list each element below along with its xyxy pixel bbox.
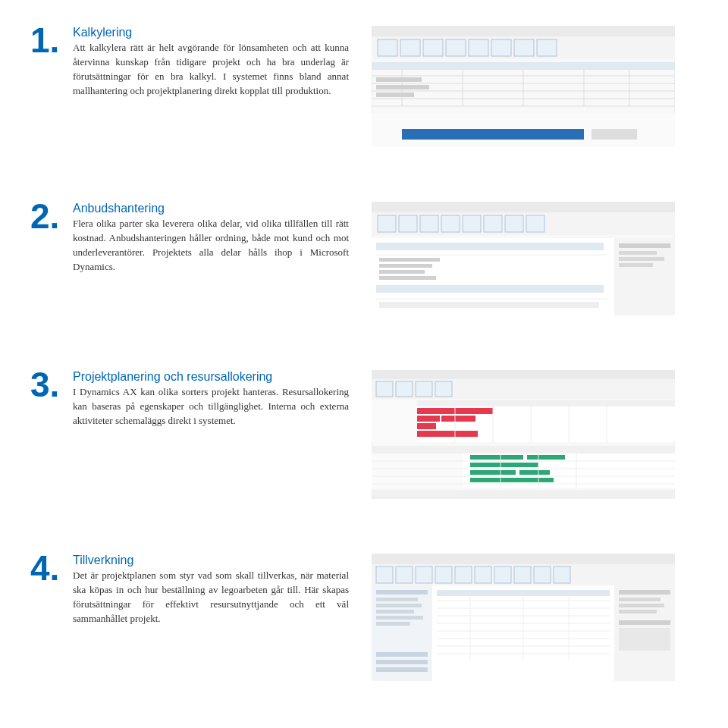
svg-rect-45 <box>379 270 425 274</box>
svg-rect-99 <box>455 566 472 583</box>
svg-rect-52 <box>619 257 664 261</box>
section-4: 4. Tillverkning Det är projektplanen som… <box>30 551 698 681</box>
section-3-content: 3. Projektplanering och resursallokering… <box>30 367 349 428</box>
svg-rect-95 <box>376 566 393 583</box>
svg-rect-96 <box>396 566 413 583</box>
svg-rect-102 <box>514 566 531 583</box>
svg-rect-83 <box>527 455 565 460</box>
svg-rect-84 <box>470 463 538 467</box>
svg-rect-63 <box>417 400 675 406</box>
section-4-content: 4. Tillverkning Det är projektplanen som… <box>30 551 349 626</box>
svg-rect-37 <box>505 215 523 232</box>
svg-rect-41 <box>376 243 604 250</box>
svg-rect-130 <box>619 598 661 601</box>
svg-rect-57 <box>376 381 393 397</box>
svg-rect-29 <box>372 202 675 212</box>
svg-rect-69 <box>417 431 478 437</box>
section-2-body: Flera olika parter ska leverera olika de… <box>73 217 349 274</box>
svg-rect-1 <box>372 26 675 36</box>
svg-rect-11 <box>372 62 675 70</box>
svg-rect-23 <box>376 85 429 89</box>
svg-rect-49 <box>379 302 599 308</box>
svg-rect-3 <box>378 39 397 56</box>
svg-rect-32 <box>399 215 417 232</box>
section-3-text: Projektplanering och resursallokering I … <box>73 367 349 428</box>
svg-rect-8 <box>491 39 511 56</box>
section-2-content: 2. Anbudshantering Flera olika parter sk… <box>30 199 349 274</box>
section-2-heading: Anbudshantering <box>73 202 349 215</box>
svg-rect-64 <box>417 408 447 414</box>
section-4-heading: Tillverkning <box>73 554 349 567</box>
svg-rect-109 <box>376 610 414 613</box>
section-2: 2. Anbudshantering Flera olika parter sk… <box>30 199 698 315</box>
svg-rect-104 <box>554 566 570 583</box>
svg-rect-26 <box>402 129 584 140</box>
svg-rect-108 <box>376 604 422 607</box>
section-3-heading: Projektplanering och resursallokering <box>73 370 349 384</box>
section-3-body: I Dynamics AX kan olika sorters projekt … <box>73 385 349 428</box>
svg-rect-51 <box>619 251 657 255</box>
section-1: 1. Kalkylering Att kalkylera rätt är hel… <box>30 23 698 147</box>
svg-rect-67 <box>441 416 475 422</box>
svg-rect-101 <box>494 566 511 583</box>
svg-rect-59 <box>416 381 432 397</box>
svg-rect-27 <box>592 129 637 140</box>
svg-rect-98 <box>435 566 452 583</box>
svg-rect-86 <box>519 470 550 475</box>
svg-rect-36 <box>484 215 502 232</box>
svg-rect-93 <box>372 554 675 564</box>
section-1-content: 1. Kalkylering Att kalkylera rätt är hel… <box>30 23 349 98</box>
svg-rect-33 <box>420 215 438 232</box>
svg-rect-43 <box>379 258 440 262</box>
svg-rect-132 <box>619 610 657 613</box>
svg-rect-5 <box>423 39 443 56</box>
svg-rect-61 <box>372 400 417 442</box>
svg-rect-10 <box>537 39 557 56</box>
svg-rect-31 <box>378 215 396 232</box>
section-1-text: Kalkylering Att kalkylera rätt är helt a… <box>73 23 349 98</box>
svg-rect-22 <box>376 77 422 82</box>
svg-rect-106 <box>376 590 428 595</box>
svg-rect-111 <box>376 622 410 626</box>
section-2-text: Anbudshantering Flera olika parter ska l… <box>73 199 349 274</box>
svg-rect-35 <box>463 215 481 232</box>
svg-rect-82 <box>470 455 523 460</box>
svg-rect-44 <box>379 264 432 268</box>
svg-rect-55 <box>372 370 675 379</box>
svg-rect-133 <box>619 620 670 625</box>
svg-rect-38 <box>526 215 544 232</box>
svg-rect-65 <box>447 408 493 414</box>
svg-rect-107 <box>376 598 418 601</box>
section-1-heading: Kalkylering <box>73 26 349 39</box>
section-3: 3. Projektplanering och resursallokering… <box>30 367 698 499</box>
svg-rect-91 <box>372 490 675 499</box>
svg-rect-47 <box>376 285 604 293</box>
svg-rect-40 <box>614 238 675 315</box>
section-4-number: 4. <box>30 551 61 585</box>
svg-rect-60 <box>435 381 452 397</box>
section-2-number: 2. <box>30 199 61 234</box>
svg-rect-131 <box>619 604 664 607</box>
svg-rect-85 <box>470 470 516 475</box>
svg-rect-50 <box>619 243 670 248</box>
svg-rect-24 <box>376 93 414 97</box>
svg-rect-4 <box>400 39 420 56</box>
section-4-body: Det är projektplanen som styr vad som sk… <box>73 569 349 626</box>
svg-rect-114 <box>376 667 428 672</box>
section-3-screenshot <box>372 370 675 499</box>
svg-rect-129 <box>619 590 670 595</box>
svg-rect-34 <box>441 215 460 232</box>
svg-rect-68 <box>417 423 436 429</box>
svg-rect-75 <box>372 446 675 453</box>
section-4-screenshot <box>372 554 675 681</box>
svg-rect-66 <box>417 416 440 422</box>
svg-rect-9 <box>514 39 534 56</box>
svg-rect-58 <box>396 381 413 397</box>
svg-rect-53 <box>619 263 653 267</box>
svg-rect-116 <box>437 590 610 596</box>
svg-rect-134 <box>619 628 670 651</box>
section-3-number: 3. <box>30 367 61 402</box>
svg-rect-100 <box>475 566 491 583</box>
svg-rect-46 <box>379 276 436 280</box>
section-1-number: 1. <box>30 23 61 58</box>
